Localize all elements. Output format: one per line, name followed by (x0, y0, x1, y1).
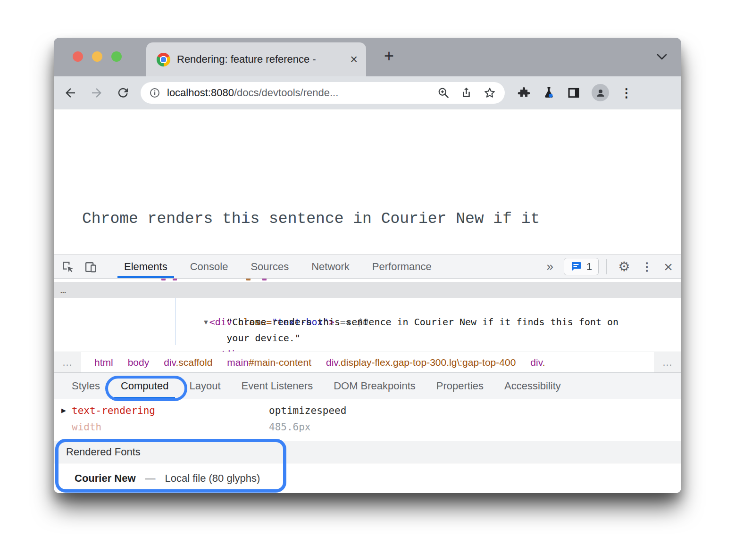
browser-toolbar: localhost:8080/docs/devtools/rende... (54, 76, 681, 109)
computed-property-row[interactable]: width 485.6px (54, 419, 681, 435)
devtools-toolbar: Elements Console Sources Network Perform… (54, 255, 681, 279)
forward-icon[interactable] (90, 86, 104, 100)
dom-close-tag: </div> (213, 348, 247, 352)
computed-property-row[interactable]: ▶ text-rendering optimizespeed (54, 402, 681, 419)
sidebar-tab-styles[interactable]: Styles (61, 373, 110, 399)
breadcrumb-item-display-flex[interactable]: div.display-flex.gap-top-300.lg\:gap-top… (326, 357, 516, 368)
browser-menu-kebab-icon[interactable]: ⋮ (620, 87, 633, 99)
info-icon[interactable] (149, 87, 160, 99)
reload-icon[interactable] (116, 86, 130, 100)
dom-gutter-ellipsis[interactable]: … (60, 282, 67, 298)
computed-property-value: 485.6px (269, 421, 311, 433)
device-toolbar-icon[interactable] (84, 260, 97, 273)
profile-avatar-icon[interactable] (592, 84, 609, 101)
tab-search-chevron-icon[interactable] (656, 53, 668, 61)
page-sentence-line1: Chrome renders this sentence in Courier … (82, 203, 540, 236)
browser-tab[interactable]: Rendering: feature reference - × (146, 42, 366, 76)
breadcrumb-overflow-right[interactable]: … (654, 352, 681, 372)
zoom-icon[interactable] (437, 86, 450, 99)
close-window-button[interactable] (73, 51, 83, 62)
dom-clipped-row (54, 279, 681, 282)
devtools-tab-elements[interactable]: Elements (113, 255, 179, 278)
devtools-tab-console[interactable]: Console (179, 255, 240, 278)
devtools-close-icon[interactable]: × (664, 259, 673, 274)
traffic-lights (73, 51, 122, 62)
minimize-window-button[interactable] (92, 51, 102, 62)
breadcrumb: … html body div.scaffold main#main-conte… (54, 352, 681, 373)
breadcrumb-item-html[interactable]: html (94, 357, 113, 368)
sidebar-tab-accessibility[interactable]: Accessibility (494, 373, 571, 399)
tab-strip: Rendering: feature reference - × + (54, 38, 681, 76)
rendered-fonts-header: Rendered Fonts (54, 441, 681, 463)
computed-property-name: text-rendering (72, 405, 269, 416)
breadcrumb-overflow-left[interactable]: … (54, 352, 81, 372)
devtools-tab-network[interactable]: Network (300, 255, 361, 278)
sidebar-tab-dom-breakpoints[interactable]: DOM Breakpoints (323, 373, 426, 399)
rendered-font-separator: — (145, 472, 156, 485)
devtools-tab-performance[interactable]: Performance (361, 255, 443, 278)
issues-chat-icon (570, 262, 582, 272)
dom-text-row[interactable]: your device." (54, 314, 681, 330)
more-tabs-icon[interactable]: » (541, 259, 559, 274)
share-icon[interactable] (460, 86, 473, 99)
toolbar-divider (606, 259, 607, 274)
extensions-puzzle-icon[interactable] (517, 86, 531, 99)
new-tab-button[interactable]: + (384, 46, 394, 66)
close-tab-icon[interactable]: × (350, 53, 358, 66)
sidebar-tab-computed[interactable]: Computed (110, 373, 179, 399)
bookmark-star-icon[interactable] (483, 86, 496, 99)
sidebar-tab-event-listeners[interactable]: Event Listeners (231, 373, 324, 399)
toolbar-divider (105, 259, 105, 274)
address-bar[interactable]: localhost:8080/docs/devtools/rende... (141, 82, 505, 104)
tab-title-fade (314, 51, 347, 68)
browser-window: Rendering: feature reference - × + loc (54, 38, 681, 493)
computed-pane: ▶ text-rendering optimizespeed width 485… (54, 399, 681, 441)
breadcrumb-item-scaffold[interactable]: div.scaffold (164, 357, 212, 368)
url-host: localhost:8080 (167, 87, 234, 99)
chrome-logo-icon (157, 53, 170, 66)
inspect-element-icon[interactable] (61, 260, 75, 273)
rendered-font-source: Local file (80 glyphs) (165, 472, 260, 485)
devtools-menu-kebab-icon[interactable]: ⋮ (641, 261, 652, 272)
sidebar-tabs: Styles Computed Layout Event Listeners D… (54, 373, 681, 399)
breadcrumb-item-body[interactable]: body (128, 357, 150, 368)
url-path: /docs/devtools/rende... (234, 87, 338, 99)
dom-selected-row[interactable]: … ▼<div class="text-box"> == $0 (54, 282, 681, 298)
maximize-window-button[interactable] (111, 51, 122, 62)
devtools-panel: Elements Console Sources Network Perform… (54, 255, 681, 493)
side-panel-icon[interactable] (567, 86, 580, 99)
dom-text-row[interactable]: "Chrome renders this sentence in Courier… (54, 298, 681, 314)
rendered-fonts-entry: Courier New — Local file (80 glyphs) (54, 463, 681, 493)
dom-close-tag-row[interactable]: </div> (54, 330, 681, 346)
computed-property-value: optimizespeed (269, 405, 346, 416)
settings-gear-icon[interactable]: ⚙ (618, 260, 630, 273)
issues-count: 1 (586, 261, 592, 273)
sidebar-tab-properties[interactable]: Properties (426, 373, 494, 399)
devtools-tab-sources[interactable]: Sources (239, 255, 300, 278)
computed-property-name: width (72, 421, 269, 433)
breadcrumb-item-truncated[interactable]: div. (530, 357, 545, 368)
expand-arrow-icon[interactable]: ▶ (61, 407, 72, 414)
rendered-font-name: Courier New (75, 472, 136, 485)
breadcrumb-item-main-content[interactable]: main#main-content (227, 357, 311, 368)
back-icon[interactable] (63, 86, 77, 100)
dom-tree: … ▼<div class="text-box"> == $0 "Chrome … (54, 279, 681, 352)
sidebar-tab-layout[interactable]: Layout (179, 373, 231, 399)
url-text[interactable]: localhost:8080/docs/devtools/rende... (167, 87, 338, 99)
beaker-icon[interactable] (542, 86, 556, 99)
issues-button[interactable]: 1 (564, 258, 599, 275)
